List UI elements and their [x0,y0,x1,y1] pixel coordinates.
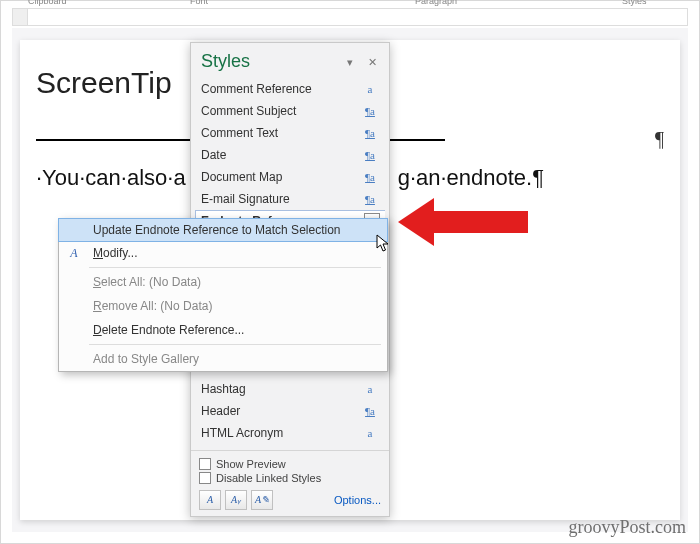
disable-linked-checkbox[interactable]: Disable Linked Styles [199,472,381,484]
styles-pane-footer: Show Preview Disable Linked Styles A Aᵧ … [191,450,389,516]
style-item[interactable]: Document Map¶a [195,166,385,188]
style-item[interactable]: Comment Subject¶a [195,100,385,122]
horizontal-ruler[interactable] [12,8,688,26]
manage-styles-button[interactable]: A✎ [251,490,273,510]
watermark: groovyPost.com [568,517,686,538]
style-item[interactable]: E-mail Signature¶a [195,188,385,210]
svg-marker-0 [398,198,528,246]
close-icon[interactable]: ✕ [365,55,379,69]
menu-update-to-match[interactable]: Update Endnote Reference to Match Select… [58,218,388,242]
style-item[interactable]: Comment Text¶a [195,122,385,144]
callout-arrow-icon [398,192,528,252]
styles-pane-header: Styles ▾ ✕ [191,43,389,78]
style-item[interactable]: Comment Referencea [195,78,385,100]
style-context-menu: Update Endnote Reference to Match Select… [58,218,388,372]
pilcrow-icon: ¶ [655,128,664,151]
new-style-button[interactable]: A [199,490,221,510]
menu-modify[interactable]: A MModify...odify... [59,241,387,265]
style-inspector-button[interactable]: Aᵧ [225,490,247,510]
menu-add-to-gallery: Add to Style Gallery [59,347,387,371]
modify-icon: A [65,246,83,261]
style-item[interactable]: HTML Acronyma [195,422,385,444]
menu-select-all: Select All: (No Data) [59,270,387,294]
menu-remove-all: Remove All: (No Data) [59,294,387,318]
style-item[interactable]: Header¶a [195,400,385,422]
menu-delete-style[interactable]: Delete Endnote Reference... [59,318,387,342]
options-link[interactable]: Options... [334,494,381,506]
pane-options-icon[interactable]: ▾ [343,55,357,69]
style-item[interactable]: Hashtaga [195,378,385,400]
style-item[interactable]: Date¶a [195,144,385,166]
styles-pane-title: Styles [201,51,335,72]
show-preview-checkbox[interactable]: Show Preview [199,458,381,470]
